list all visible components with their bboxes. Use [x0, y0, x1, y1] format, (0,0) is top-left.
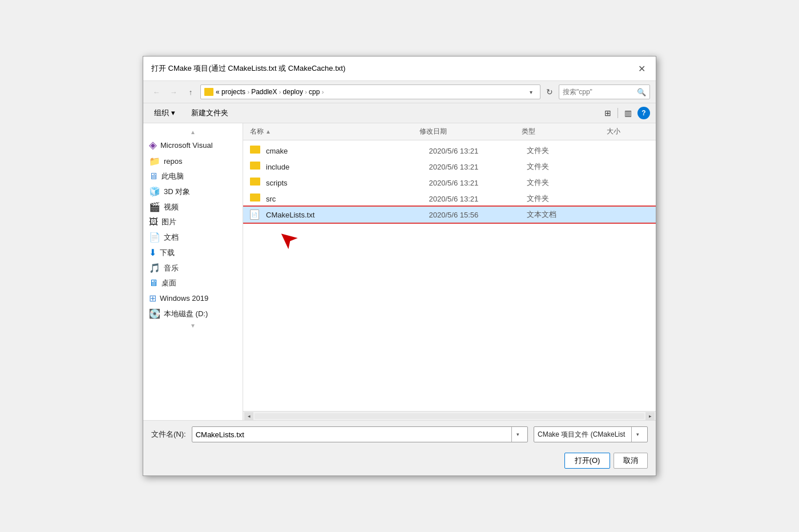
filename-input[interactable]: [196, 430, 511, 439]
monitor-icon: 🖥: [149, 171, 158, 182]
view-details-button[interactable]: ⊞: [600, 106, 615, 120]
video-icon: 🎬: [149, 201, 160, 212]
up-button[interactable]: ↑: [183, 85, 198, 99]
bottom-bar: 文件名(N): ▾ CMake 项目文件 (CMakeList ▾: [143, 420, 656, 448]
file-type-include: 文件夹: [527, 162, 608, 172]
address-text: « projects › PaddleX › deploy › cpp ›: [216, 88, 523, 96]
forward-button[interactable]: →: [166, 85, 181, 99]
file-item-cmakelists[interactable]: 📄 CMakeLists.txt 2020/5/6 15:56 文本文档: [243, 207, 656, 223]
sidebar-label-video: 视频: [164, 202, 179, 212]
vs-icon: ◈: [149, 139, 157, 151]
filetype-text: CMake 项目文件 (CMakeList: [538, 430, 631, 440]
file-name-src: src: [266, 195, 429, 203]
file-name-cmakelists: CMakeLists.txt: [266, 211, 429, 219]
desktop-icon: 🖥: [149, 278, 158, 288]
cancel-button[interactable]: 取消: [614, 453, 648, 469]
folder-icon-include: [250, 162, 261, 172]
file-type-cmakelists: 文本文档: [527, 209, 608, 220]
file-type-cmake: 文件夹: [527, 146, 608, 156]
file-name-scripts: scripts: [266, 179, 429, 187]
open-button[interactable]: 打开(O): [564, 453, 610, 469]
sidebar-label-images: 图片: [162, 217, 176, 227]
column-type-header[interactable]: 类型: [522, 127, 607, 136]
scroll-left-button[interactable]: ◂: [244, 412, 253, 420]
cube3d-icon: 🧊: [149, 186, 160, 197]
sidebar-item-ms-visual[interactable]: ◈ Microsoft Visual: [143, 136, 243, 154]
sidebar-label-this-pc: 此电脑: [162, 171, 184, 182]
filename-dropdown-button[interactable]: ▾: [511, 427, 524, 442]
file-name-cmake: cmake: [266, 147, 429, 155]
help-button[interactable]: ?: [637, 107, 650, 119]
file-date-src: 2020/5/6 13:21: [429, 195, 527, 203]
sidebar-item-desktop[interactable]: 🖥 桌面: [143, 276, 243, 291]
filetype-dropdown-button[interactable]: ▾: [631, 427, 644, 442]
sidebar-item-download[interactable]: ⬇ 下载: [143, 245, 243, 260]
file-item-cmake[interactable]: cmake 2020/5/6 13:21 文件夹: [243, 143, 656, 159]
file-item-scripts[interactable]: scripts 2020/5/6 13:21 文件夹: [243, 175, 656, 191]
scroll-down-indicator: ▼: [143, 321, 243, 330]
file-list: cmake 2020/5/6 13:21 文件夹 include 2020/5/…: [243, 140, 656, 411]
secondary-toolbar: 组织 ▾ 新建文件夹 ⊞ ▥ ?: [143, 103, 656, 123]
red-arrow-icon: ➤: [271, 223, 303, 256]
open-dialog: 打开 CMake 项目(通过 CMakeLists.txt 或 CMakeCac…: [143, 56, 656, 476]
main-content: ▲ ◈ Microsoft Visual 📁 repos 🖥 此电脑 🧊 3D …: [143, 123, 656, 420]
sidebar-item-music[interactable]: 🎵 音乐: [143, 260, 243, 276]
column-date-header[interactable]: 修改日期: [419, 127, 521, 136]
sidebar-item-disk[interactable]: 💽 本地磁盘 (D:): [143, 306, 243, 321]
scroll-right-button[interactable]: ▸: [645, 412, 655, 420]
txt-icon-cmakelists: 📄: [250, 209, 261, 220]
file-date-include: 2020/5/6 13:21: [429, 163, 527, 171]
search-input[interactable]: [563, 88, 635, 96]
column-size-header[interactable]: 大小: [607, 127, 649, 136]
file-date-cmake: 2020/5/6 13:21: [429, 147, 527, 155]
sidebar-item-this-pc[interactable]: 🖥 此电脑: [143, 169, 243, 184]
sidebar-label-desktop: 桌面: [162, 278, 176, 288]
address-bar[interactable]: « projects › PaddleX › deploy › cpp › ▾: [200, 84, 540, 99]
sidebar-label-ms-visual: Microsoft Visual: [160, 141, 213, 150]
folder-icon-src: [250, 194, 261, 204]
refresh-button[interactable]: ↻: [543, 85, 556, 99]
sidebar-label-download: 下载: [160, 248, 175, 258]
sidebar: ▲ ◈ Microsoft Visual 📁 repos 🖥 此电脑 🧊 3D …: [143, 123, 243, 420]
close-button[interactable]: ✕: [635, 62, 648, 75]
filename-input-wrap[interactable]: ▾: [192, 426, 528, 442]
title-bar: 打开 CMake 项目(通过 CMakeLists.txt 或 CMakeCac…: [143, 57, 656, 81]
file-date-cmakelists: 2020/5/6 15:56: [429, 211, 527, 219]
file-type-scripts: 文件夹: [527, 178, 608, 188]
download-icon: ⬇: [149, 247, 156, 258]
windows-icon: ⊞: [149, 293, 156, 304]
sidebar-item-docs[interactable]: 📄 文档: [143, 229, 243, 245]
file-item-src[interactable]: src 2020/5/6 13:21 文件夹: [243, 191, 656, 207]
file-area: 名称 ▲ 修改日期 类型 大小 cmake 2020/5/6 13:21 文件夹: [243, 123, 656, 420]
filename-label: 文件名(N):: [151, 429, 186, 440]
file-list-header: 名称 ▲ 修改日期 类型 大小: [243, 123, 656, 140]
sidebar-item-repos[interactable]: 📁 repos: [143, 154, 243, 169]
horizontal-scrollbar[interactable]: ◂ ▸: [243, 411, 656, 420]
view-controls: ⊞ ▥ ?: [600, 106, 650, 120]
search-bar[interactable]: 🔍: [559, 84, 650, 99]
address-dropdown-button[interactable]: ▾: [525, 86, 536, 98]
sidebar-item-windows[interactable]: ⊞ Windows 2019: [143, 291, 243, 306]
doc-icon: 📄: [149, 232, 160, 243]
music-icon: 🎵: [149, 263, 160, 273]
sidebar-label-docs: 文档: [164, 232, 179, 243]
view-separator: [618, 108, 618, 118]
image-icon: 🖼: [149, 217, 158, 227]
filetype-select[interactable]: CMake 项目文件 (CMakeList ▾: [534, 426, 648, 442]
folder-icon-cmake: [250, 146, 261, 156]
new-folder-button[interactable]: 新建文件夹: [186, 106, 233, 120]
file-item-include[interactable]: include 2020/5/6 13:21 文件夹: [243, 159, 656, 175]
column-name-header[interactable]: 名称 ▲: [250, 127, 419, 136]
organize-button[interactable]: 组织 ▾: [149, 106, 180, 120]
folder-icon-scripts: [250, 178, 261, 188]
file-name-include: include: [266, 163, 429, 171]
view-pane-button[interactable]: ▥: [620, 106, 635, 120]
sidebar-item-video[interactable]: 🎬 视频: [143, 199, 243, 215]
back-button[interactable]: ←: [149, 85, 164, 99]
arrow-annotation: ➤: [243, 223, 656, 257]
address-toolbar: ← → ↑ « projects › PaddleX › deploy › cp…: [143, 81, 656, 103]
dialog-title: 打开 CMake 项目(通过 CMakeLists.txt 或 CMakeCac…: [151, 63, 345, 74]
scroll-track[interactable]: [255, 413, 644, 419]
sidebar-item-images[interactable]: 🖼 图片: [143, 215, 243, 229]
sidebar-item-3d[interactable]: 🧊 3D 对象: [143, 184, 243, 199]
